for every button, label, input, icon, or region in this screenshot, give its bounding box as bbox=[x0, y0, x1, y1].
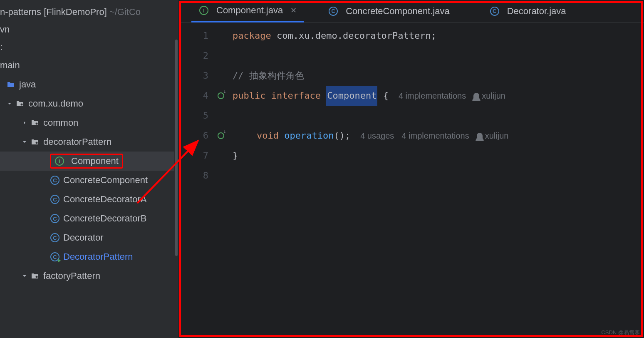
tree-node-pkg[interactable]: com.xu.demo bbox=[0, 94, 178, 113]
package-path: com.xu.demo.decoratorPattern; bbox=[271, 26, 436, 46]
svg-point-2 bbox=[36, 142, 38, 144]
tab-label: Decorator.java bbox=[507, 6, 566, 17]
punctuation: } bbox=[233, 146, 238, 166]
keyword: void bbox=[257, 126, 279, 146]
method-name: operation bbox=[279, 126, 334, 146]
tab-component[interactable]: I Component.java ✕ bbox=[191, 0, 304, 22]
tree-node-factory[interactable]: factoryPattern bbox=[0, 266, 178, 286]
folder-icon bbox=[6, 80, 16, 89]
node-label: ConcreteDecoratorA bbox=[63, 194, 147, 205]
inlay-hint-implementations[interactable]: 4 implementations bbox=[399, 86, 466, 106]
line-number: 2 bbox=[179, 46, 208, 66]
tree-node-decorator-file[interactable]: C Decorator bbox=[0, 228, 178, 247]
close-icon[interactable]: ✕ bbox=[290, 6, 297, 15]
class-icon: C bbox=[328, 6, 338, 16]
node-label: : bbox=[0, 42, 2, 52]
svg-point-1 bbox=[36, 123, 38, 125]
node-label: factoryPattern bbox=[43, 271, 100, 281]
package-icon bbox=[30, 137, 40, 147]
tab-label: Component.java bbox=[216, 5, 283, 16]
class-icon: C bbox=[50, 214, 60, 224]
tree-node-concrete-component[interactable]: C ConcreteComponent bbox=[0, 171, 178, 190]
class-icon: C bbox=[490, 6, 500, 16]
tree-node-concrete-a[interactable]: C ConcreteDecoratorA bbox=[0, 190, 178, 209]
class-icon: C bbox=[50, 233, 60, 243]
chevron-down-icon[interactable] bbox=[21, 138, 28, 146]
scrollbar-track bbox=[174, 0, 178, 338]
node-label: common bbox=[43, 117, 78, 128]
line-number: 5 bbox=[179, 106, 208, 126]
tree-node-java[interactable]: java bbox=[0, 75, 178, 94]
code-editor[interactable]: 1 2 3 4 5 6 7 8 ↓ ↓ bbox=[179, 22, 644, 186]
runnable-class-icon: C bbox=[50, 252, 60, 262]
keyword: public bbox=[233, 86, 265, 106]
punctuation: (); bbox=[334, 126, 350, 146]
project-tree: n-patterns [FlinkDemoPro] ~/GitCo vn : m… bbox=[0, 0, 178, 286]
tree-node-decorator-pattern[interactable]: C DecoratorPattern bbox=[0, 247, 178, 266]
chevron-right-icon[interactable] bbox=[21, 119, 28, 127]
interface-icon: I bbox=[199, 5, 209, 15]
scrollbar-thumb[interactable] bbox=[175, 40, 178, 256]
line-number: 8 bbox=[179, 166, 208, 186]
svg-point-0 bbox=[21, 104, 23, 106]
class-icon: C bbox=[50, 194, 60, 204]
watermark: CSDN @易雪寒 bbox=[601, 329, 640, 336]
node-label: decoratorPattern bbox=[43, 137, 111, 147]
package-icon bbox=[30, 118, 40, 128]
tree-node-component[interactable]: I Component bbox=[0, 152, 178, 171]
chevron-down-icon[interactable] bbox=[21, 272, 28, 280]
tree-node-main[interactable]: main bbox=[0, 56, 178, 75]
node-label: java bbox=[19, 79, 36, 90]
package-icon bbox=[30, 271, 40, 281]
tab-decorator[interactable]: C Decorator.java bbox=[482, 0, 574, 22]
author-icon bbox=[477, 133, 483, 139]
tree-node-decorator-pkg[interactable]: decoratorPattern bbox=[0, 132, 178, 152]
node-label: com.xu.demo bbox=[28, 98, 83, 109]
project-name-label: n-patterns [FlinkDemoPro] ~/GitCo bbox=[0, 7, 141, 17]
author-icon bbox=[473, 93, 479, 99]
package-icon bbox=[15, 99, 25, 109]
inlay-hint-author[interactable]: xulijun bbox=[473, 86, 505, 106]
node-label: DecoratorPattern bbox=[63, 251, 133, 262]
tab-concrete-component[interactable]: C ConcreteComponent.java bbox=[321, 0, 457, 22]
inlay-hint-implementations[interactable]: 4 implementations bbox=[401, 126, 469, 146]
node-label: ConcreteDecoratorB bbox=[63, 213, 147, 224]
implementations-gutter-icon[interactable]: ↓ bbox=[214, 86, 228, 106]
punctuation: { bbox=[377, 86, 389, 106]
inlay-hint-author[interactable]: xulijun bbox=[477, 126, 509, 146]
node-label: main bbox=[0, 60, 20, 71]
editor-area: I Component.java ✕ C ConcreteComponent.j… bbox=[179, 0, 644, 338]
line-number-gutter: 1 2 3 4 5 6 7 8 bbox=[179, 22, 214, 186]
implementations-gutter-icon[interactable]: ↓ bbox=[214, 126, 228, 146]
node-label: vn bbox=[0, 24, 10, 35]
line-number: 1 bbox=[179, 26, 208, 46]
interface-icon: I bbox=[54, 156, 64, 166]
keyword: interface bbox=[265, 86, 326, 106]
project-sidebar[interactable]: n-patterns [FlinkDemoPro] ~/GitCo vn : m… bbox=[0, 0, 179, 338]
tree-node-vn[interactable]: vn bbox=[0, 21, 178, 38]
tree-node-dot[interactable]: : bbox=[0, 38, 178, 56]
node-label: ConcreteComponent bbox=[63, 175, 148, 186]
node-label: Component bbox=[71, 156, 119, 167]
keyword: package bbox=[233, 26, 271, 46]
chevron-down-icon[interactable] bbox=[6, 100, 13, 107]
line-number: 7 bbox=[179, 146, 208, 166]
type-name-highlighted: Component bbox=[326, 86, 377, 106]
tree-node-common[interactable]: common bbox=[0, 113, 178, 132]
inlay-hint-usages[interactable]: 4 usages bbox=[360, 126, 394, 146]
editor-tabs: I Component.java ✕ C ConcreteComponent.j… bbox=[179, 0, 644, 22]
comment: // 抽象构件角色 bbox=[233, 66, 304, 86]
line-number: 3 bbox=[179, 66, 208, 86]
project-root[interactable]: n-patterns [FlinkDemoPro] ~/GitCo bbox=[0, 3, 178, 21]
class-icon: C bbox=[50, 175, 60, 185]
gutter-icons: ↓ ↓ bbox=[214, 22, 228, 186]
line-number: 6 bbox=[179, 126, 208, 146]
tree-node-concrete-b[interactable]: C ConcreteDecoratorB bbox=[0, 209, 178, 228]
line-number: 4 bbox=[179, 86, 208, 106]
node-label: Decorator bbox=[63, 232, 104, 243]
svg-point-3 bbox=[36, 276, 38, 278]
tab-label: ConcreteComponent.java bbox=[346, 6, 449, 17]
code-content[interactable]: package com.xu.demo.decoratorPattern; //… bbox=[228, 22, 644, 186]
